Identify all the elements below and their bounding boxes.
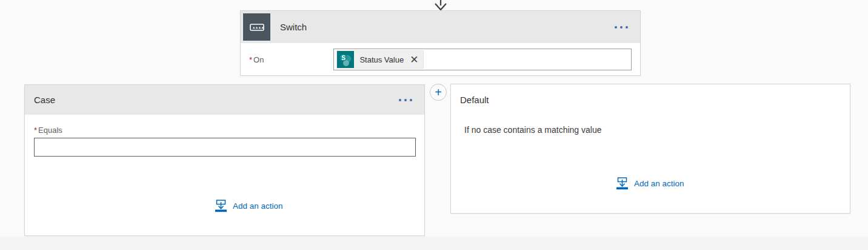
switch-card-title: Switch — [280, 22, 307, 32]
default-add-action-button[interactable]: Add an action — [616, 177, 684, 190]
switch-action-card: Switch *On S Status Value ✕ — [240, 10, 641, 76]
case-card-body: *Equals — [25, 115, 424, 157]
status-value-token[interactable]: S Status Value ✕ — [336, 50, 424, 69]
add-action-label: Add an action — [233, 201, 283, 211]
switch-more-menu-button[interactable] — [603, 21, 640, 33]
flow-designer-canvas: Switch *On S Status Value ✕ — [0, 0, 868, 250]
switch-card-body: *On S Status Value ✕ — [241, 43, 640, 76]
default-branch-card: Default If no case contains a matching v… — [450, 84, 850, 214]
add-case-button[interactable]: + — [430, 84, 447, 101]
required-marker: * — [249, 55, 252, 64]
add-action-icon — [215, 200, 227, 212]
canvas-background-strip — [0, 237, 868, 250]
svg-text:S: S — [342, 55, 346, 61]
token-label: Status Value — [359, 55, 404, 64]
add-action-label: Add an action — [634, 179, 684, 188]
switch-card-header[interactable]: Switch — [241, 11, 640, 43]
default-description: If no case contains a matching value — [451, 105, 850, 135]
add-action-icon — [616, 177, 629, 190]
case-add-action-button[interactable]: Add an action — [215, 200, 283, 212]
token-remove-icon[interactable]: ✕ — [409, 55, 419, 65]
case-branch-card: Case *Equals Add an action — [24, 84, 425, 236]
case-card-header[interactable]: Case — [25, 85, 424, 115]
case-card-title: Case — [34, 95, 55, 105]
case-more-menu-button[interactable] — [387, 94, 424, 106]
equals-field-input[interactable] — [34, 138, 416, 157]
switch-control-icon — [243, 13, 270, 41]
equals-field-label: *Equals — [34, 126, 415, 135]
on-field-label: *On — [249, 55, 264, 64]
default-card-title: Default — [451, 84, 850, 105]
sharepoint-icon: S — [337, 51, 354, 68]
required-marker: * — [34, 126, 37, 135]
on-field-input[interactable]: S Status Value ✕ — [333, 49, 632, 70]
